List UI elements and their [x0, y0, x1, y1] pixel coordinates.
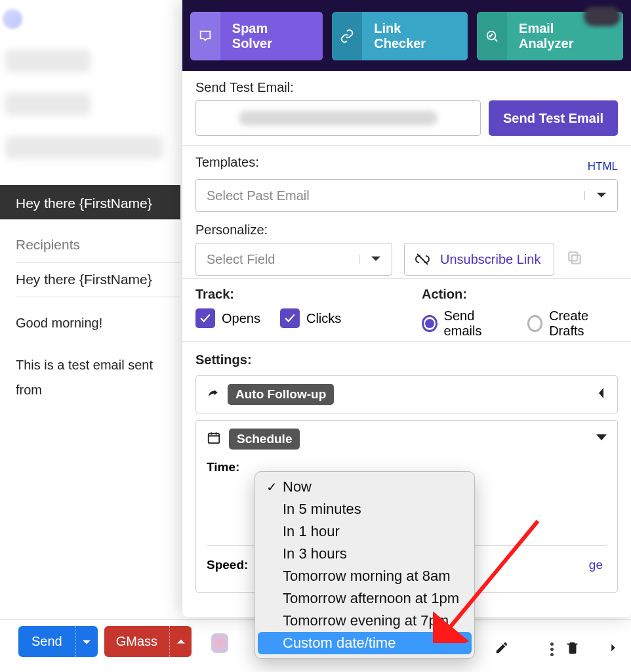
personalize-select-value: Select Field: [196, 252, 359, 267]
gmass-more-dropdown[interactable]: [169, 626, 192, 657]
link-icon: [340, 29, 354, 43]
radio-filled-icon: [422, 315, 438, 332]
copy-button[interactable]: [566, 249, 583, 269]
schedule-header[interactable]: Schedule: [207, 429, 607, 450]
chevron-down-icon: [359, 255, 392, 264]
template-select[interactable]: Select Past Email: [195, 179, 618, 212]
time-option[interactable]: Tomorrow morning at 8am: [258, 565, 472, 587]
camera-icon: [211, 633, 228, 653]
unsubscribe-link-chip[interactable]: Unsubscribe Link: [404, 243, 554, 276]
auto-followup-row[interactable]: Auto Follow-up: [195, 375, 618, 413]
track-action-section: Track: Opens Clicks Action:: [182, 279, 631, 342]
attachment-button[interactable]: [211, 633, 228, 650]
gmass-button[interactable]: GMass: [104, 626, 169, 657]
gmass-button-group: GMass: [104, 626, 192, 657]
discard-button[interactable]: [565, 640, 580, 658]
inbox-icon: [198, 29, 213, 43]
body-line: This is a test email sent from: [16, 352, 180, 402]
track-clicks-checkbox[interactable]: Clicks: [280, 308, 341, 328]
test-email-input[interactable]: [195, 100, 481, 136]
template-select-value: Select Past Email: [196, 188, 584, 203]
calendar-icon: [207, 430, 221, 448]
body-text[interactable]: Good morning! This is a test email sent …: [16, 297, 180, 402]
track-opens-label: Opens: [222, 311, 260, 326]
radio-empty-icon: [527, 315, 543, 332]
compose-editor: Recipients Hey there {FirstName} Good mo…: [0, 219, 180, 402]
check-icon: [199, 312, 211, 324]
svg-rect-1: [572, 255, 580, 264]
time-option[interactable]: In 3 hours: [258, 543, 472, 565]
action-label: Action:: [422, 287, 618, 302]
send-test-section: Send Test Email: Send Test Email: [182, 71, 631, 146]
templates-section: Templates: HTML Select Past Email Person…: [182, 146, 631, 279]
more-options-button[interactable]: [550, 642, 554, 656]
link-checker-button[interactable]: Link Checker: [332, 12, 468, 60]
send-button-group: Send: [18, 626, 98, 657]
unsubscribe-label: Unsubscribe Link: [440, 252, 554, 267]
subject-bar: Hey there {FirstName}: [0, 185, 180, 222]
spam-solver-label: Spam Solver: [220, 12, 323, 60]
blurred-text: [5, 50, 91, 72]
account-avatar[interactable]: [584, 7, 621, 26]
analytics-icon: [485, 29, 499, 43]
expand-button[interactable]: [606, 640, 621, 658]
caret-up-icon: [177, 638, 185, 646]
redacted-email: [239, 111, 438, 125]
speed-label: Speed:: [207, 558, 256, 572]
action-send-label: Send emails: [444, 308, 508, 339]
body-line: Good morning!: [16, 310, 180, 335]
chevron-left-icon: [596, 388, 607, 401]
svg-rect-2: [569, 252, 578, 261]
time-option[interactable]: Tomorrow afternoon at 1pm: [258, 587, 472, 610]
time-dropdown: ✓NowIn 5 minutesIn 1 hourIn 3 hoursTomor…: [254, 471, 475, 659]
truncated-link[interactable]: ge: [589, 558, 607, 572]
track-label: Track:: [195, 287, 392, 302]
chevron-down-icon: [584, 191, 617, 200]
chevron-down-icon: [596, 432, 607, 446]
schedule-chip: Schedule: [229, 429, 300, 450]
templates-label: Templates:: [195, 155, 259, 170]
personalize-select[interactable]: Select Field: [195, 243, 392, 276]
svg-rect-3: [209, 434, 220, 444]
blurred-text: [5, 93, 91, 116]
html-toggle[interactable]: HTML: [588, 158, 618, 173]
settings-label: Settings:: [195, 352, 618, 368]
time-option[interactable]: Tomorrow evening at 7pm: [258, 610, 472, 632]
subject-field[interactable]: Hey there {FirstName}: [16, 262, 180, 297]
personalize-label: Personalize:: [195, 222, 618, 238]
panel-header: Spam Solver Link Checker Email Analyzer: [182, 0, 631, 71]
spam-solver-button[interactable]: Spam Solver: [190, 12, 323, 60]
time-option[interactable]: ✓Now: [258, 476, 472, 498]
time-option[interactable]: In 5 minutes: [258, 498, 472, 520]
action-drafts-label: Create Drafts: [549, 308, 618, 339]
action-drafts-radio[interactable]: Create Drafts: [527, 308, 618, 339]
auto-followup-chip: Auto Follow-up: [228, 384, 334, 405]
send-button[interactable]: Send: [18, 626, 75, 657]
check-icon: [284, 312, 296, 324]
time-label: Time:: [207, 460, 256, 474]
caret-down-icon: [83, 638, 91, 646]
unlink-icon: [405, 251, 440, 267]
send-more-dropdown[interactable]: [75, 626, 98, 657]
send-test-button[interactable]: Send Test Email: [489, 100, 618, 136]
link-checker-label: Link Checker: [362, 12, 468, 60]
recipients-field[interactable]: Recipients: [16, 228, 180, 262]
edit-button[interactable]: [495, 640, 509, 658]
track-clicks-label: Clicks: [306, 311, 341, 326]
action-send-radio[interactable]: Send emails: [422, 308, 508, 339]
blurred-text: [5, 136, 163, 159]
time-option[interactable]: In 1 hour: [258, 520, 472, 543]
send-test-label: Send Test Email:: [195, 80, 618, 95]
reply-icon: [207, 387, 220, 402]
avatar: [3, 9, 22, 29]
time-option[interactable]: Custom date/time: [258, 632, 472, 654]
track-opens-checkbox[interactable]: Opens: [195, 308, 260, 328]
